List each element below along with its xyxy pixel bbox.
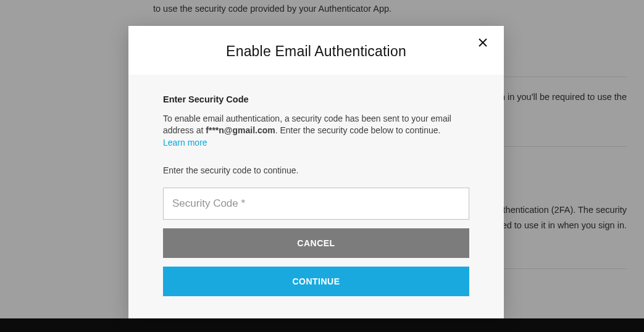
cancel-button[interactable]: Cancel — [163, 228, 469, 258]
masked-email: f***n@gmail.com — [206, 125, 275, 135]
modal-body: Enter Security Code To enable email auth… — [128, 75, 504, 318]
continue-button[interactable]: Continue — [163, 267, 469, 296]
security-code-heading: Enter Security Code — [163, 94, 469, 104]
enable-email-auth-modal: Enable Email Authentication Enter Securi… — [128, 26, 504, 318]
modal-header: Enable Email Authentication — [128, 26, 504, 75]
security-code-description: To enable email authentication, a securi… — [163, 113, 469, 136]
close-modal-button[interactable] — [477, 37, 489, 49]
learn-more-link[interactable]: Learn more — [163, 138, 207, 147]
close-icon — [479, 38, 487, 49]
enter-code-instruction: Enter the security code to continue. — [163, 165, 469, 175]
desc-suffix: . Enter the security code below to conti… — [275, 125, 441, 135]
security-code-input[interactable] — [163, 188, 469, 220]
modal-title: Enable Email Authentication — [141, 43, 491, 60]
